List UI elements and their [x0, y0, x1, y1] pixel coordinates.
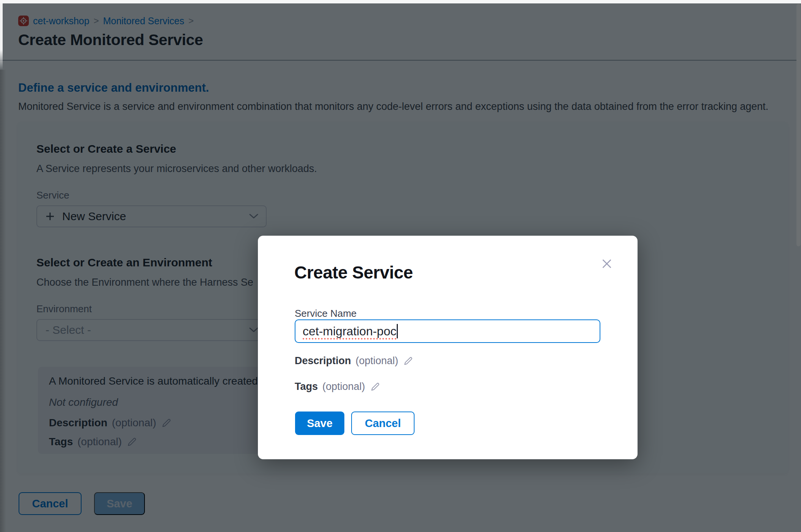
description-optional-row: Description (optional): [295, 355, 414, 367]
pencil-icon[interactable]: [370, 381, 381, 392]
scrollbar-thumb[interactable]: [796, 4, 801, 246]
modal-title: Create Service: [294, 262, 413, 283]
pencil-icon[interactable]: [403, 355, 414, 366]
optional-suffix: (optional): [322, 381, 365, 393]
close-button[interactable]: [598, 255, 615, 272]
create-service-modal: Create Service Service Name cet-migratio…: [258, 236, 638, 459]
screen: cet-workshop > Monitored Services > Crea…: [0, 0, 801, 532]
optional-suffix: (optional): [356, 355, 399, 367]
tags-label: Tags: [295, 381, 318, 393]
window-top-edge: [0, 0, 801, 3]
window-left-edge: [0, 3, 3, 70]
service-name-input[interactable]: cet-migration-poc: [295, 319, 600, 343]
service-name-value: cet-migration-poc: [303, 324, 396, 338]
left-edge-shadow: [0, 70, 6, 532]
text-caret: [397, 324, 398, 338]
modal-cancel-button[interactable]: Cancel: [351, 412, 415, 435]
close-icon: [600, 257, 614, 271]
modal-save-button[interactable]: Save: [295, 412, 344, 435]
description-label: Description: [295, 355, 351, 367]
tags-optional-row: Tags (optional): [295, 381, 381, 393]
service-name-label: Service Name: [295, 308, 357, 319]
